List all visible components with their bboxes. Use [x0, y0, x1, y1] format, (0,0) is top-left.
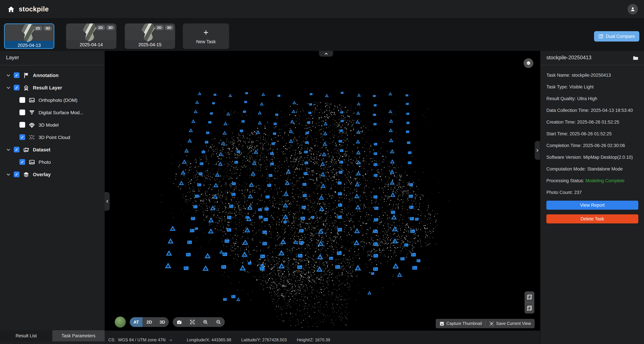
wireframe-cube-icon[interactable] — [526, 305, 533, 311]
layer-item-3d-model[interactable]: 3D Model — [0, 119, 105, 131]
checkbox-checked[interactable] — [14, 147, 20, 153]
checkbox-unchecked[interactable] — [20, 122, 25, 128]
viewport-3d[interactable]: AT 2D 3D Cap — [105, 51, 540, 331]
checkbox-unchecked[interactable] — [20, 97, 25, 103]
task-card[interactable]: 2D 3D 2025-04-14 — [66, 23, 116, 49]
task-card[interactable]: 2D 3D 2025-04-15 — [125, 23, 175, 49]
viewport-toolbar: AT 2D 3D — [115, 317, 225, 328]
field-processing-status: Processing Status:Modeling Complete — [546, 177, 638, 184]
layer-item-overlay[interactable]: Overlay — [0, 168, 105, 180]
new-task-label: New Task — [196, 39, 216, 44]
layer-item-photo[interactable]: Photo — [0, 156, 105, 168]
chevron-down-icon[interactable] — [6, 73, 11, 78]
badge-3d[interactable]: 3D — [44, 26, 52, 31]
layer-item-orthophoto[interactable]: Orthophoto (DOM) — [0, 94, 105, 106]
chevron-down-icon[interactable] — [6, 85, 11, 90]
layer-item-label: 3D Model — [38, 122, 59, 128]
chevron-left-icon — [105, 199, 109, 203]
tab-task-parameters[interactable]: Task Parameters — [52, 330, 105, 341]
fullscreen-icon — [189, 319, 195, 325]
user-avatar[interactable] — [628, 4, 638, 14]
zoom-out-button[interactable] — [212, 317, 225, 327]
collapse-right-handle[interactable] — [535, 141, 540, 160]
status-strip: CS: WGS 84 / UTM zone 47N Longitude/X: 4… — [105, 331, 540, 344]
dual-compare-label: Dual Compare — [606, 34, 635, 39]
height-readout: Height/Z: 1670.39 — [297, 338, 330, 342]
layer-item-3d-point-cloud[interactable]: 3D Point Cloud — [0, 131, 105, 143]
layer-item-label: Annotation — [33, 72, 58, 78]
cube-brackets-icon — [489, 321, 494, 326]
delete-task-button[interactable]: Delete Task — [546, 214, 638, 223]
dual-compare-button[interactable]: Dual Compare — [594, 31, 639, 41]
collapse-top-handle[interactable] — [319, 51, 333, 57]
camera-icon — [176, 319, 182, 325]
split-view-icon — [598, 34, 604, 39]
tab-result-list[interactable]: Result List — [0, 330, 52, 341]
mode-button-3d[interactable]: 3D — [156, 317, 169, 327]
new-task-button[interactable]: + New Task — [183, 23, 229, 49]
cs-value[interactable]: WGS 84 / UTM zone 47N — [118, 338, 166, 342]
cs-label: CS: — [108, 338, 116, 342]
layer-item-label: Dataset — [33, 147, 50, 152]
checkbox-checked[interactable] — [14, 172, 20, 177]
mode-button-2d[interactable]: 2D — [143, 317, 156, 327]
field-data-collection-time: Data Collection Time:2025-04-13 18:53:40 — [546, 107, 638, 114]
field-task-name: Task Name:stockpile-20250413 — [546, 72, 638, 79]
checkbox-checked[interactable] — [14, 85, 20, 90]
task-thumbnail: 2D 3D — [125, 23, 175, 40]
badge-2d[interactable]: 2D — [96, 25, 105, 30]
aerial-thumbnail-image — [82, 23, 98, 41]
zoom-in-button[interactable] — [199, 317, 212, 327]
task-details-title: stockpile-20250413 — [546, 55, 592, 61]
view-report-button[interactable]: View Report — [546, 201, 638, 210]
layer-item-label: Orthophoto (DOM) — [38, 97, 78, 103]
badge-2d[interactable]: 2D — [155, 25, 164, 30]
task-thumbnail: 2D 3D — [66, 23, 116, 40]
badge-2d[interactable]: 2D — [34, 26, 42, 31]
task-bar: 2D 3D 2025-04-13 2D 3D 2025-04-14 2D — [0, 19, 644, 51]
chevron-up-icon — [324, 52, 328, 56]
checkbox-checked[interactable] — [20, 134, 25, 140]
dataset-icon — [23, 147, 29, 153]
layer-item-result-layer[interactable]: Result Layer — [0, 81, 105, 94]
status-value: Modeling Complete — [586, 178, 624, 183]
model-3d-icon — [29, 122, 35, 128]
home-icon[interactable] — [8, 5, 15, 13]
collapse-left-handle[interactable] — [105, 192, 110, 211]
latitude-readout: Latitude/Y: 2767428.503 — [241, 338, 287, 342]
task-card[interactable]: 2D 3D 2025-04-13 — [4, 23, 54, 49]
field-computation-mode: Computation Mode:Standalone Mode — [546, 166, 638, 172]
checkbox-checked[interactable] — [20, 159, 25, 165]
mode-button-at[interactable]: AT — [130, 317, 143, 327]
wireframe-cube-icon[interactable] — [526, 294, 533, 300]
checkbox-unchecked[interactable] — [20, 110, 25, 115]
zoom-in-icon — [202, 319, 208, 325]
minimap-thumbnail[interactable] — [115, 317, 126, 328]
layer-item-dsm[interactable]: Digital Surface Mod... — [0, 106, 105, 119]
badge-3d[interactable]: 3D — [106, 25, 115, 30]
chevron-down-icon[interactable] — [6, 172, 11, 177]
divider — [0, 65, 105, 65]
capture-thumbnail-button[interactable]: Capture Thumbnail — [440, 321, 482, 326]
bottom-tabs: Result List Task Parameters — [0, 330, 105, 341]
layer-item-annotation[interactable]: Annotation — [0, 69, 105, 81]
chevron-down-icon[interactable] — [6, 147, 11, 152]
fit-view-button[interactable] — [186, 317, 199, 327]
view-cube-button[interactable] — [524, 58, 533, 68]
checkbox-checked[interactable] — [14, 72, 20, 78]
app-title: stockpile — [19, 5, 49, 13]
task-thumbnail: 2D 3D — [5, 24, 54, 41]
folder-icon[interactable] — [632, 55, 639, 61]
screenshot-button[interactable] — [173, 317, 186, 327]
badge-3d[interactable]: 3D — [165, 25, 174, 30]
chevron-down-icon[interactable] — [169, 338, 172, 342]
divider — [540, 65, 644, 65]
save-current-view-button[interactable]: Save Current View — [489, 321, 531, 326]
task-date-label: 2025-04-13 — [5, 41, 54, 49]
field-photo-count: Photo Count:237 — [546, 189, 638, 196]
point-cloud-canvas[interactable] — [105, 51, 540, 331]
zoom-out-icon — [216, 319, 221, 325]
mode-switcher: AT 2D 3D — [130, 317, 169, 327]
layer-item-dataset[interactable]: Dataset — [0, 143, 105, 156]
photo-icon — [29, 159, 35, 165]
